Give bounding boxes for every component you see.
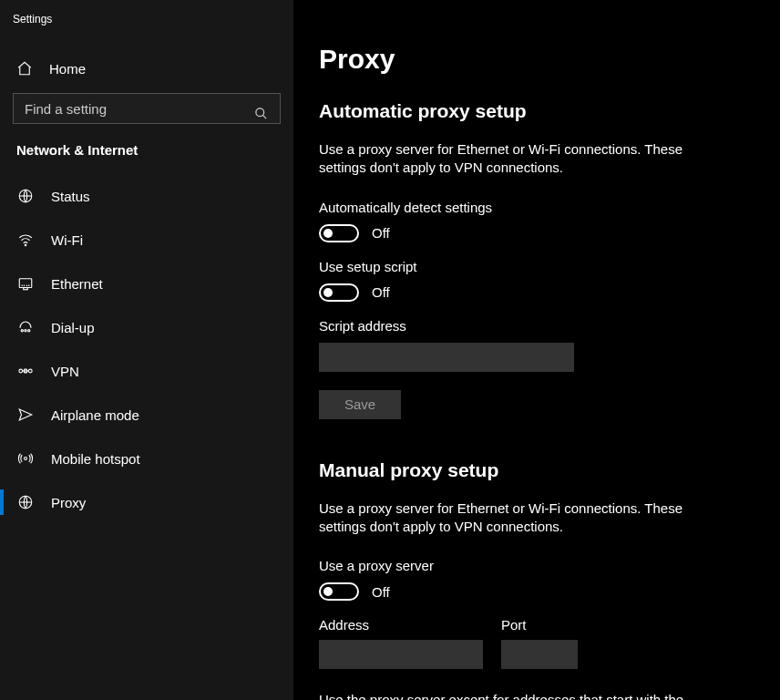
- sidebar-item-hotspot[interactable]: Mobile hotspot: [0, 437, 293, 480]
- script-address-label: Script address: [319, 318, 744, 334]
- exceptions-text: Use the proxy server except for addresse…: [319, 691, 711, 700]
- svg-point-14: [19, 369, 23, 373]
- auto-detect-label: Automatically detect settings: [319, 200, 744, 215]
- sidebar-item-label: Wi-Fi: [51, 232, 83, 248]
- home-icon: [16, 60, 33, 77]
- search-input[interactable]: [13, 93, 281, 124]
- svg-point-15: [28, 369, 32, 373]
- sidebar-item-dialup[interactable]: Dial-up: [0, 305, 293, 349]
- wifi-icon: [16, 232, 35, 248]
- svg-point-11: [21, 330, 23, 332]
- sidebar-item-ethernet[interactable]: Ethernet: [0, 262, 293, 305]
- sidebar-home[interactable]: Home: [0, 51, 293, 86]
- section-manual-desc: Use a proxy server for Ethernet or Wi-Fi…: [319, 499, 711, 537]
- sidebar-item-proxy[interactable]: Proxy: [0, 480, 293, 524]
- vpn-icon: [16, 363, 35, 379]
- sidebar-item-label: Airplane mode: [51, 407, 139, 423]
- sidebar-home-label: Home: [49, 61, 86, 77]
- svg-point-12: [25, 330, 26, 332]
- port-input[interactable]: [501, 640, 578, 669]
- status-icon: [16, 188, 35, 204]
- section-auto-heading: Automatic proxy setup: [319, 100, 744, 122]
- sidebar-item-airplane[interactable]: Airplane mode: [0, 393, 293, 437]
- port-label: Port: [501, 617, 578, 633]
- sidebar-nav: Status Wi-Fi Ethernet: [0, 174, 293, 524]
- sidebar-item-wifi[interactable]: Wi-Fi: [0, 218, 293, 262]
- svg-rect-5: [19, 279, 32, 288]
- svg-point-18: [25, 458, 27, 460]
- use-proxy-toggle[interactable]: [319, 582, 359, 601]
- sidebar-item-label: Ethernet: [51, 276, 103, 292]
- sidebar-item-label: Mobile hotspot: [51, 451, 140, 467]
- airplane-icon: [16, 407, 35, 423]
- search-wrap: [0, 86, 293, 142]
- sidebar-item-vpn[interactable]: VPN: [0, 349, 293, 393]
- setup-script-state: Off: [372, 284, 390, 300]
- use-proxy-label: Use a proxy server: [319, 558, 744, 573]
- sidebar-item-label: VPN: [51, 364, 79, 379]
- svg-rect-6: [24, 288, 28, 290]
- sidebar-item-label: Dial-up: [51, 320, 95, 335]
- auto-detect-toggle[interactable]: [319, 224, 359, 242]
- setup-script-toggle[interactable]: [319, 283, 359, 302]
- ethernet-icon: [16, 275, 35, 292]
- dialup-icon: [16, 319, 35, 335]
- sidebar-item-status[interactable]: Status: [0, 174, 293, 218]
- address-label: Address: [319, 617, 483, 633]
- section-auto-desc: Use a proxy server for Ethernet or Wi-Fi…: [319, 140, 711, 178]
- app-title: Settings: [0, 9, 293, 51]
- svg-point-4: [25, 244, 26, 246]
- section-manual-heading: Manual proxy setup: [319, 459, 744, 481]
- svg-point-13: [28, 330, 30, 332]
- sidebar-category: Network & Internet: [0, 142, 293, 174]
- sidebar-item-label: Proxy: [51, 495, 86, 510]
- sidebar-item-label: Status: [51, 189, 90, 204]
- use-proxy-state: Off: [372, 584, 390, 600]
- main-panel: Proxy Automatic proxy setup Use a proxy …: [293, 0, 780, 700]
- sidebar: Settings Home Network & Internet Status: [0, 0, 293, 700]
- page-title: Proxy: [319, 44, 744, 75]
- proxy-icon: [16, 494, 35, 510]
- auto-detect-state: Off: [372, 225, 390, 241]
- save-button[interactable]: Save: [319, 390, 401, 419]
- setup-script-label: Use setup script: [319, 259, 744, 274]
- script-address-input[interactable]: [319, 343, 574, 372]
- hotspot-icon: [16, 450, 35, 467]
- address-input[interactable]: [319, 640, 483, 669]
